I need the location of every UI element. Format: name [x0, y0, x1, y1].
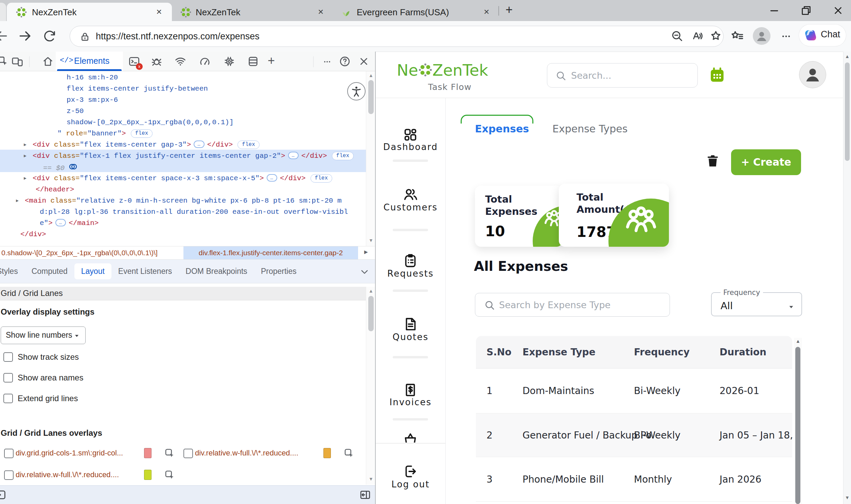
- scroll-down-icon[interactable]: ▼: [843, 495, 851, 500]
- panel-tab-computed[interactable]: Computed: [25, 263, 74, 279]
- window-minimize-button[interactable]: [768, 5, 780, 16]
- twisty-collapsed-icon[interactable]: ▶: [24, 173, 27, 184]
- overlay-checkbox[interactable]: [184, 449, 193, 458]
- scroll-up-icon[interactable]: ▲: [843, 54, 851, 59]
- memory-icon[interactable]: [224, 56, 235, 67]
- help-icon[interactable]: [339, 56, 351, 67]
- tab-expense-types[interactable]: Expense Types: [552, 123, 627, 135]
- scroll-down-icon[interactable]: ▼: [366, 476, 376, 482]
- tab-close-icon[interactable]: ×: [484, 6, 489, 17]
- checkbox[interactable]: [3, 373, 13, 382]
- reveal-node-icon[interactable]: [68, 162, 78, 170]
- url-text[interactable]: https://test.ntf.nexzenpos.com/expenses: [96, 26, 260, 47]
- dock-side-icon[interactable]: [360, 489, 371, 501]
- breadcrumb-item-selected[interactable]: div.flex-1.flex.justify-center.items-cen…: [184, 247, 358, 259]
- browser-profile-avatar[interactable]: [753, 27, 770, 45]
- chevron-down-icon[interactable]: [360, 267, 370, 277]
- user-avatar[interactable]: [799, 61, 826, 88]
- refresh-button[interactable]: [43, 29, 56, 43]
- select-element-icon[interactable]: [344, 448, 355, 459]
- twisty-collapsed-icon[interactable]: ▶: [24, 139, 27, 150]
- collapsed-children-icon[interactable]: …: [267, 174, 277, 182]
- overlay-selector-link[interactable]: div.relative.w-full.\/\*.reduced....: [16, 469, 119, 481]
- scroll-up-icon[interactable]: ▲: [366, 73, 376, 78]
- elements-scrollbar[interactable]: ▲ ▼: [366, 71, 376, 246]
- frequency-select[interactable]: Frequency All: [711, 288, 802, 316]
- favorite-star-icon[interactable]: [709, 29, 722, 42]
- overlay-selector-link[interactable]: div.relative.w-full.\/\*.reduced....: [195, 447, 298, 459]
- code-line[interactable]: </header>: [36, 184, 74, 195]
- panel-tab-properties[interactable]: Properties: [254, 263, 303, 279]
- tab-close-icon[interactable]: ×: [156, 6, 162, 17]
- table-row[interactable]: 1Dom-MaintainsBi-Weekly2026-01: [476, 368, 792, 413]
- devtools-close-icon[interactable]: [358, 56, 370, 67]
- code-line[interactable]: ▶<div class="flex items-center space-x-3…: [33, 173, 332, 184]
- twisty-collapsed-icon[interactable]: ▶: [16, 195, 19, 206]
- device-emulation-icon[interactable]: [12, 56, 23, 67]
- code-line[interactable]: shadow-[0_2px_6px_-1px_rgba(0,0,0,0.1)]: [67, 117, 233, 128]
- page-scrollbar[interactable]: ▲ ▼: [843, 52, 851, 504]
- select-element-icon[interactable]: [164, 470, 175, 481]
- scrollbar-thumb[interactable]: [368, 296, 374, 331]
- flex-badge[interactable]: flex: [332, 152, 354, 160]
- scrollbar-thumb[interactable]: [845, 62, 850, 161]
- scroll-down-icon[interactable]: ▼: [366, 238, 376, 243]
- more-tabs-icon[interactable]: +: [268, 54, 275, 68]
- console-drawer-icon[interactable]: [0, 489, 7, 501]
- code-line[interactable]: d:pl-28 lg:pl-36 transition-all duration…: [40, 206, 348, 218]
- code-line[interactable]: == $0: [43, 162, 78, 173]
- new-tab-button[interactable]: +: [505, 3, 513, 17]
- overlay-checkbox[interactable]: [4, 449, 14, 458]
- expense-search[interactable]: [475, 293, 670, 317]
- checkbox[interactable]: [3, 352, 13, 362]
- overlay-color-swatch[interactable]: [324, 448, 331, 458]
- code-line[interactable]: </div>: [20, 229, 46, 240]
- forward-button[interactable]: [18, 29, 33, 43]
- application-icon[interactable]: [247, 56, 259, 67]
- overlay-selector-link[interactable]: div.grid.grid-cols-1.sm\:grid-col...: [16, 447, 123, 459]
- tab-close-icon[interactable]: ×: [318, 6, 324, 17]
- scroll-up-icon[interactable]: ▲: [793, 338, 803, 344]
- panel-tab-styles[interactable]: Styles: [0, 263, 25, 279]
- code-line[interactable]: ▶<div class="flex-1 flex justify-center …: [33, 150, 354, 162]
- scrollbar-thumb[interactable]: [795, 347, 800, 504]
- expense-search-input[interactable]: [498, 294, 667, 315]
- network-icon[interactable]: [175, 56, 186, 67]
- accessibility-overlay-button[interactable]: [347, 82, 366, 101]
- tab-expenses[interactable]: Expenses: [475, 123, 529, 135]
- global-search-input[interactable]: [570, 65, 695, 86]
- table-scrollbar[interactable]: ▲: [794, 338, 802, 504]
- global-search[interactable]: [547, 63, 698, 88]
- devtools-tab-elements[interactable]: </> Elements: [56, 52, 123, 71]
- line-numbers-dropdown[interactable]: Show line numbers: [1, 326, 86, 344]
- flex-badge[interactable]: flex: [131, 129, 153, 138]
- copilot-chat-button[interactable]: Chat: [799, 24, 846, 46]
- sidebar-item-partial[interactable]: [403, 432, 418, 443]
- scrollbar-thumb[interactable]: [368, 80, 374, 114]
- window-close-button[interactable]: [832, 5, 844, 16]
- twisty-collapsed-icon[interactable]: ▶: [24, 150, 27, 162]
- code-line[interactable]: z-50: [67, 106, 84, 117]
- collapsed-children-icon[interactable]: …: [194, 141, 204, 148]
- browser-tab-nexzentek-1[interactable]: NexZenTek ×: [7, 3, 172, 21]
- code-line[interactable]: flex items-center justify-between: [67, 83, 208, 94]
- inspect-element-icon[interactable]: [0, 56, 9, 67]
- select-element-icon[interactable]: [164, 448, 175, 459]
- lock-icon[interactable]: [80, 31, 90, 42]
- breadcrumb-expand-icon[interactable]: ▶: [364, 249, 368, 254]
- read-aloud-icon[interactable]: [690, 30, 702, 42]
- delete-icon[interactable]: [705, 153, 720, 169]
- overlay-color-swatch[interactable]: [144, 448, 152, 458]
- performance-icon[interactable]: [199, 56, 211, 67]
- checkbox[interactable]: [3, 394, 13, 403]
- code-line[interactable]: px-3 sm:px-6: [67, 94, 118, 106]
- flex-badge[interactable]: flex: [311, 174, 332, 183]
- debugger-icon[interactable]: [151, 56, 162, 67]
- overlay-checkbox[interactable]: [4, 470, 14, 480]
- scroll-up-icon[interactable]: ▲: [366, 288, 376, 293]
- browser-tab-nexzentek-2[interactable]: NexZenTek ×: [174, 3, 334, 21]
- code-line[interactable]: ▶<main class="relative z-0 min-h-screen …: [25, 195, 342, 206]
- calendar-icon[interactable]: [709, 67, 726, 84]
- overlay-color-swatch[interactable]: [144, 470, 152, 480]
- code-line[interactable]: h-16 sm:h-20: [67, 72, 118, 83]
